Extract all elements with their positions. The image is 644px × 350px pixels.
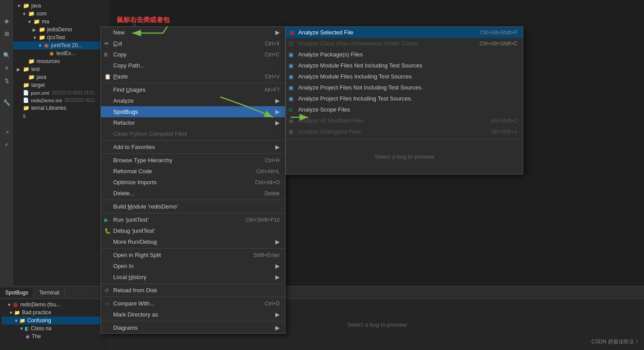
debug-icon: 🐛	[104, 228, 111, 234]
analyze-project-test-icon: ▣	[289, 96, 293, 102]
code-line-empty	[119, 4, 635, 13]
bug-analyze-icon: 🐞	[289, 30, 295, 36]
tab-spotbugs[interactable]: SpotBugs	[0, 288, 34, 298]
analyze-all-modified-icon: ▣	[289, 118, 293, 124]
menu-item-open-right-split[interactable]: Open in Right Split Shift+Enter	[101, 249, 285, 261]
submenu-analyze-changelist[interactable]: ▣ Analyze Changelist Files Alt+Shift+A	[286, 126, 523, 137]
menu-item-analyze[interactable]: Analyze ▶	[101, 95, 285, 106]
run-icon: ▶	[104, 217, 108, 223]
history-submenu-arrow: ▶	[275, 274, 280, 280]
toolbar-icon-1[interactable]: ◈	[4, 18, 9, 24]
toolbar-icon-7[interactable]: ↙	[5, 141, 9, 147]
menu-item-new[interactable]: New ▶	[101, 27, 285, 38]
new-submenu-arrow: ▶	[275, 29, 280, 36]
menu-item-paste[interactable]: 📋 Paste Ctrl+V	[101, 71, 285, 82]
analyze-class-icon: ⬡	[289, 41, 293, 47]
menu-item-browse-hierarchy[interactable]: Browse Type Hierarchy Ctrl+H	[101, 155, 285, 166]
reload-icon: ↺	[104, 287, 109, 294]
menu-item-delete[interactable]: Delete... Delete	[101, 188, 285, 199]
menu-item-run[interactable]: ▶ Run 'junitTest' Ctrl+Shift+F10	[101, 214, 285, 225]
submenu-analyze-scope[interactable]: ⊙ Analyze Scope Files	[286, 104, 523, 115]
diagrams-submenu-arrow: ▶	[275, 324, 280, 331]
watermark: CSDN @最佳听众！	[591, 338, 640, 346]
separator-5	[101, 213, 285, 213]
analyze-package-icon: ▣	[289, 52, 293, 58]
menu-item-debug[interactable]: 🐛 Debug 'junitTest'	[101, 225, 285, 236]
toolbar-icon-3[interactable]: ≡	[5, 65, 8, 71]
tree-item-ma[interactable]: ▼ 📁 ma	[13, 18, 123, 26]
menu-item-build[interactable]: Build Module 'redisDemo'	[101, 201, 285, 212]
context-menu: New ▶ ✂ Cut Ctrl+X ⎘ Copy Ctrl+C Copy Pa…	[100, 26, 285, 334]
menu-item-refactor[interactable]: Refactor ▶	[101, 117, 285, 128]
separator-8	[101, 297, 285, 297]
spotbugs-submenu: 🐞 Analyze Selected File Ctrl+Alt+Shift+F…	[285, 26, 523, 175]
submenu-analyze-module-test[interactable]: ▣ Analyze Module Files Including Test So…	[286, 71, 523, 82]
bug-tree-bad-practice[interactable]: ▼ 📁 Bad practice	[2, 309, 108, 316]
menu-item-more-run[interactable]: More Run/Debug ▶	[101, 236, 285, 247]
bottom-content: ▼ 🐞 redisDemo (fou... ▼ 📁 Bad practice ▼…	[0, 299, 644, 350]
refactor-submenu-arrow: ▶	[275, 119, 280, 126]
separator-6	[101, 248, 285, 249]
separator-9	[101, 321, 285, 321]
toolbar-icon-5[interactable]: 🔧	[3, 99, 10, 106]
menu-item-find-usages[interactable]: Find Usages Alt+F7	[101, 84, 285, 95]
menu-item-mark-dir[interactable]: Mark Directory as ▶	[101, 309, 285, 320]
menu-item-diagrams[interactable]: Diagrams ▶	[101, 322, 285, 333]
submenu-analyze-module-no-test[interactable]: ▣ Analyze Module Files Not Including Tes…	[286, 60, 523, 71]
analyze-module-no-test-icon: ▣	[289, 63, 293, 69]
analyze-module-test-icon: ▣	[289, 74, 293, 80]
submenu-analyze-package[interactable]: ▣ Analyze Package(s) Files	[286, 49, 523, 60]
analyze-submenu-arrow: ▶	[275, 97, 280, 104]
submenu-analyze-class[interactable]: ⬡ Analyze Class (Non-Anonymous) Under Cu…	[286, 38, 523, 49]
menu-item-open-in[interactable]: Open In ▶	[101, 261, 285, 272]
copy-icon: ⎘	[104, 52, 107, 58]
bottom-tabs: SpotBugs Terminal	[0, 287, 644, 299]
open-in-submenu-arrow: ▶	[275, 263, 280, 269]
submenu-analyze-selected[interactable]: 🐞 Analyze Selected File Ctrl+Alt+Shift+F	[286, 27, 523, 38]
favorites-submenu-arrow: ▶	[275, 144, 280, 150]
tree-item-java[interactable]: ▼ 📁 java	[13, 2, 123, 10]
class-icon: ◧	[25, 326, 29, 331]
cut-icon: ✂	[104, 41, 109, 47]
left-toolbar: ◈ ⊞ 🔍 ≡ ⇅ 🔧 ↗ ↙	[0, 0, 13, 287]
preview-area: Select a bug to preview	[286, 139, 523, 174]
bug-tree-method[interactable]: ◉ The	[2, 332, 108, 340]
tab-terminal[interactable]: Terminal	[34, 288, 65, 298]
spotbugs-submenu-arrow: ▶	[275, 108, 280, 115]
toolbar-icon-4[interactable]: ⇅	[4, 78, 9, 84]
bug-tree-root[interactable]: ▼ 🐞 redisDemo (fou...	[2, 301, 108, 309]
tree-item-com[interactable]: ▼ 📁 com	[13, 10, 123, 18]
separator-2	[101, 140, 285, 141]
toolbar-icon-2[interactable]: ⊞	[4, 30, 9, 37]
bug-tree-class[interactable]: ▼ ◧ Class na	[2, 324, 108, 332]
menu-item-reload[interactable]: ↺ Reload from Disk	[101, 285, 285, 296]
compare-icon: ↔	[104, 301, 110, 307]
menu-item-clean-python[interactable]: Clean Python Compiled Files	[101, 128, 285, 139]
separator-7	[101, 283, 285, 284]
menu-item-copy-path[interactable]: Copy Path...	[101, 60, 285, 71]
toolbar-icon-search[interactable]: 🔍	[3, 52, 10, 59]
menu-item-local-history[interactable]: Local History ▶	[101, 272, 285, 283]
submenu-analyze-all-modified[interactable]: ▣ Analyze All Modified Files Alt+Shift+C	[286, 115, 523, 126]
menu-item-optimize[interactable]: Optimize Imports Ctrl+Alt+O	[101, 177, 285, 188]
menu-item-spotbugs[interactable]: SpotBugs ▶	[101, 106, 285, 117]
separator-4	[101, 200, 285, 200]
analyze-scope-icon: ⊙	[289, 107, 293, 113]
confusing-icon: 📁	[19, 318, 26, 324]
bug-root-icon: 🐞	[12, 302, 19, 308]
menu-item-compare[interactable]: ↔ Compare With... Ctrl+D	[101, 298, 285, 309]
toolbar-icon-6[interactable]: ↗	[5, 130, 9, 135]
bug-tree-panel: ▼ 🐞 redisDemo (fou... ▼ 📁 Bad practice ▼…	[0, 299, 110, 350]
menu-item-add-favorites[interactable]: Add to Favorites ▶	[101, 141, 285, 153]
method-icon: ◉	[26, 334, 30, 339]
paste-icon: 📋	[104, 74, 111, 80]
submenu-analyze-project-test[interactable]: ▣ Analyze Project Files Including Test S…	[286, 93, 523, 104]
bug-tree-confusing[interactable]: ▼ 📁 Confusing	[2, 316, 108, 324]
analyze-project-no-test-icon: ▣	[289, 85, 293, 91]
menu-item-cut[interactable]: ✂ Cut Ctrl+X	[101, 38, 285, 49]
menu-item-reformat[interactable]: Reformat Code Ctrl+Alt+L	[101, 166, 285, 177]
submenu-analyze-project-no-test[interactable]: ▣ Analyze Project Files Not Including Te…	[286, 82, 523, 93]
menu-item-copy[interactable]: ⎘ Copy Ctrl+C	[101, 49, 285, 60]
more-run-submenu-arrow: ▶	[275, 238, 280, 245]
separator-1	[101, 83, 285, 83]
